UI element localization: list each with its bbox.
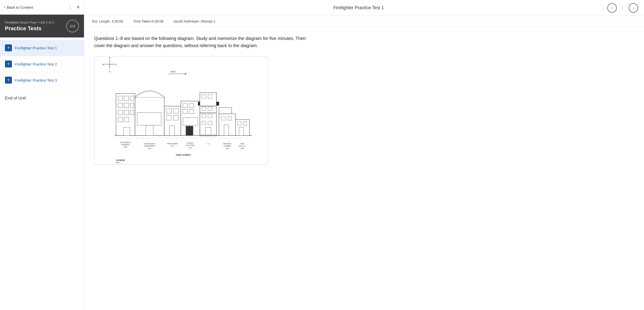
svg-rect-20 xyxy=(124,117,128,122)
progress-circle: 0/3 xyxy=(66,20,79,33)
sidebar-close-icon[interactable]: ✕ xyxy=(76,5,80,10)
svg-text:328: 328 xyxy=(241,147,244,149)
svg-rect-16 xyxy=(118,110,122,115)
sidebar-top-bar: ‹ Back to Content ⋮ ✕ xyxy=(0,0,84,15)
svg-rect-14 xyxy=(124,103,128,107)
svg-text:212: 212 xyxy=(171,145,174,147)
svg-rect-58 xyxy=(202,114,206,117)
sidebar-dots-icon[interactable]: ⋮ xyxy=(68,5,73,10)
sidebar-header-left: Firefighter Exam Prep • Unit 2 of 2 Prac… xyxy=(5,21,54,32)
svg-rect-52 xyxy=(200,106,216,106)
svg-rect-83 xyxy=(116,162,119,164)
svg-rect-75 xyxy=(243,121,246,125)
sidebar: ‹ Back to Content ⋮ ✕ Firefighter Exam P… xyxy=(0,0,84,310)
attempt-label: Jacob Kielmeyer: Attempt 1 xyxy=(174,19,216,23)
main-header-nav: ‹ ⋮ › xyxy=(607,3,638,13)
svg-text:Auto Parts: Auto Parts xyxy=(186,144,194,146)
sidebar-item-test2[interactable]: ? Firefighter Practice Test 2 xyxy=(0,56,84,72)
svg-rect-62 xyxy=(206,127,211,135)
next-button[interactable]: › xyxy=(629,3,638,13)
section-title: Practice Tests xyxy=(5,25,54,32)
svg-text:Door Co.: Door Co. xyxy=(239,145,246,147)
chevron-left-icon: ‹ xyxy=(4,5,5,10)
svg-rect-54 xyxy=(202,95,206,98)
svg-line-84 xyxy=(116,162,119,164)
svg-text:320: 320 xyxy=(226,147,229,149)
svg-text:CAMELBACK: CAMELBACK xyxy=(144,142,156,145)
main-header: Firefighter Practice Test 1 ‹ ⋮ › xyxy=(84,0,644,16)
svg-text:LEGEND: LEGEND xyxy=(116,159,125,161)
svg-rect-12 xyxy=(130,96,134,100)
diagram-container: N S W E wind xyxy=(94,56,268,165)
svg-rect-76 xyxy=(239,127,244,135)
svg-rect-27 xyxy=(146,125,153,135)
svg-rect-67 xyxy=(222,116,225,120)
svg-line-85 xyxy=(116,162,119,164)
svg-rect-60 xyxy=(202,121,206,124)
svg-text:Steel: Steel xyxy=(240,143,244,145)
sidebar-item-test3[interactable]: ? Firefighter Practice Test 3 xyxy=(0,72,84,88)
svg-text:COMPANY: COMPANY xyxy=(121,144,130,146)
svg-rect-57 xyxy=(208,107,212,110)
svg-text:BROWN'S: BROWN'S xyxy=(223,143,232,145)
svg-rect-34 xyxy=(166,116,172,120)
test3-label: Firefighter Practice Test 3 xyxy=(15,78,57,82)
main-content: Firefighter Practice Test 1 ‹ ⋮ › Est. L… xyxy=(84,0,644,310)
svg-rect-69 xyxy=(224,125,228,135)
svg-rect-55 xyxy=(208,95,212,98)
main-header-title: Firefighter Practice Test 1 xyxy=(110,5,607,11)
svg-rect-40 xyxy=(183,103,187,107)
svg-text:PINE DINER: PINE DINER xyxy=(167,142,178,145)
back-to-content-link[interactable]: ‹ Back to Content xyxy=(4,5,33,10)
svg-text:E: E xyxy=(115,63,116,65)
est-length: Est. Length: 3:30:00 xyxy=(92,19,123,23)
test3-icon: ? xyxy=(5,77,12,84)
building-diagram-svg: N S W E wind xyxy=(94,57,267,164)
svg-rect-15 xyxy=(130,103,134,107)
instructions-text: Questions 1–8 are based on the following… xyxy=(94,35,317,49)
svg-rect-35 xyxy=(174,116,178,120)
svg-rect-45 xyxy=(186,126,193,135)
meta-bar: Est. Length: 3:30:00 Time Taken:0:00:08 … xyxy=(84,16,644,27)
svg-text:Champ's: Champ's xyxy=(187,142,194,144)
test2-label: Firefighter Practice Test 2 xyxy=(15,62,57,66)
svg-text:206: 206 xyxy=(124,146,127,148)
svg-rect-21 xyxy=(124,127,130,135)
svg-rect-13 xyxy=(118,103,122,107)
svg-text:218: 218 xyxy=(207,143,210,144)
test1-icon: ? xyxy=(5,44,12,51)
unit-label: Firefighter Exam Prep • Unit 2 of 2 xyxy=(5,21,54,24)
svg-marker-66 xyxy=(219,107,232,114)
svg-rect-43 xyxy=(189,109,194,113)
svg-rect-42 xyxy=(183,109,187,113)
sidebar-top-icons: ⋮ ✕ xyxy=(68,5,80,10)
test1-label: Firefighter Practice Test 1 xyxy=(15,46,57,50)
svg-rect-32 xyxy=(166,109,172,113)
svg-rect-11 xyxy=(124,96,128,100)
svg-rect-59 xyxy=(208,114,212,117)
svg-text:Skylight: Skylight xyxy=(121,163,128,164)
svg-text:S: S xyxy=(109,70,110,73)
sidebar-header: Firefighter Exam Prep • Unit 2 of 2 Prac… xyxy=(0,15,84,38)
svg-rect-41 xyxy=(189,103,194,107)
content-area[interactable]: Questions 1–8 are based on the following… xyxy=(84,27,644,310)
svg-rect-44 xyxy=(183,117,198,125)
svg-text:wind: wind xyxy=(170,70,175,73)
test2-icon: ? xyxy=(5,61,12,67)
svg-rect-10 xyxy=(118,96,122,100)
sidebar-item-test1[interactable]: ? Firefighter Practice Test 1 xyxy=(0,40,84,56)
svg-rect-18 xyxy=(130,110,134,115)
svg-text:ACE DRESS: ACE DRESS xyxy=(120,142,131,143)
svg-text:W: W xyxy=(102,63,105,65)
svg-rect-36 xyxy=(170,126,174,135)
header-dots-icon[interactable]: ⋮ xyxy=(620,5,625,11)
svg-text:PINE STREET: PINE STREET xyxy=(176,154,191,156)
svg-text:N: N xyxy=(109,57,110,59)
svg-rect-53 xyxy=(200,112,216,113)
prev-button[interactable]: ‹ xyxy=(607,3,617,13)
svg-text:210: 210 xyxy=(148,147,151,149)
svg-rect-19 xyxy=(118,117,122,122)
svg-rect-68 xyxy=(228,116,232,120)
svg-text:HARDWARE: HARDWARE xyxy=(144,145,155,147)
svg-rect-64 xyxy=(200,135,216,136)
